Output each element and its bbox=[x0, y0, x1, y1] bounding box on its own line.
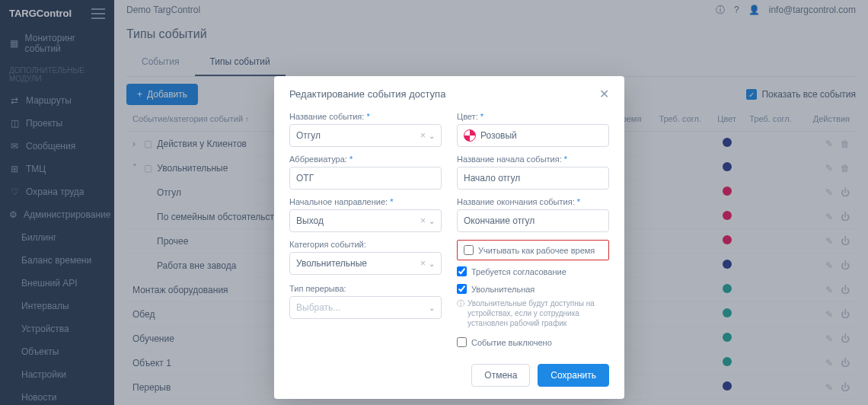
input-value: Начало отгул bbox=[464, 173, 520, 183]
color-swatch bbox=[464, 129, 476, 142]
label-category: Категория событий: bbox=[289, 240, 442, 249]
checkbox-label: Увольнительная bbox=[471, 285, 535, 294]
label-abbr: Аббревиатура: bbox=[289, 155, 442, 164]
end-name-input[interactable]: Окончание отгул bbox=[457, 209, 609, 232]
chevron-down-icon: ⌄ bbox=[429, 304, 435, 312]
checkbox-label: Требуется согласование bbox=[471, 267, 566, 276]
checkbox-input[interactable] bbox=[457, 284, 467, 294]
clear-icon[interactable]: × bbox=[420, 130, 426, 141]
modal-title: Редактирование события доступа bbox=[289, 88, 445, 100]
worktime-checkbox[interactable]: Учитывать как рабочее время bbox=[457, 240, 609, 260]
input-value: Окончание отгул bbox=[464, 215, 535, 226]
break-type-select[interactable]: Выбрать... ⌄ bbox=[289, 296, 442, 319]
label-direction: Начальное направление: bbox=[289, 197, 442, 206]
save-button[interactable]: Сохранить bbox=[538, 364, 609, 387]
clear-icon[interactable]: × bbox=[420, 215, 426, 226]
select-value: Розовый bbox=[480, 130, 602, 141]
checkbox-input[interactable] bbox=[457, 266, 467, 276]
disabled-checkbox[interactable]: Событие выключено bbox=[457, 337, 609, 347]
label-color: Цвет: bbox=[457, 112, 609, 121]
direction-select[interactable]: Выход ×⌄ bbox=[289, 209, 442, 232]
checkbox-input[interactable] bbox=[464, 245, 474, 255]
hint-text: Увольнительные будут доступны на устройс… bbox=[468, 298, 609, 328]
abbr-input[interactable]: ОТГ bbox=[289, 167, 442, 190]
leave-checkbox[interactable]: Увольнительная bbox=[457, 284, 609, 294]
checkbox-input[interactable] bbox=[457, 337, 467, 347]
checkbox-label: Событие выключено bbox=[471, 338, 552, 347]
leave-hint: ⓘ Увольнительные будут доступны на устро… bbox=[457, 298, 609, 328]
chevron-down-icon[interactable]: ⌄ bbox=[429, 260, 435, 268]
label-break-type: Тип перерыва: bbox=[289, 284, 442, 293]
input-value: ОТГ bbox=[296, 173, 314, 183]
edit-event-modal: Редактирование события доступа ✕ Названи… bbox=[274, 76, 624, 399]
close-icon[interactable]: ✕ bbox=[599, 87, 609, 101]
select-placeholder: Выбрать... bbox=[296, 302, 340, 313]
input-value: Отгул bbox=[296, 130, 321, 141]
select-value: Выход bbox=[296, 215, 324, 226]
start-name-input[interactable]: Начало отгул bbox=[457, 167, 609, 190]
chevron-down-icon[interactable]: ⌄ bbox=[429, 217, 435, 225]
label-start-name: Название начала события: bbox=[457, 155, 609, 164]
checkbox-label: Учитывать как рабочее время bbox=[478, 246, 595, 255]
category-select[interactable]: Увольнительные ×⌄ bbox=[289, 252, 442, 275]
chevron-down-icon[interactable]: ⌄ bbox=[429, 132, 435, 140]
event-name-input[interactable]: Отгул ×⌄ bbox=[289, 124, 442, 147]
color-select[interactable]: Розовый bbox=[457, 124, 609, 147]
label-event-name: Название события: bbox=[289, 112, 442, 121]
label-end-name: Название окончания события: bbox=[457, 197, 609, 206]
info-icon: ⓘ bbox=[457, 298, 464, 328]
approval-checkbox[interactable]: Требуется согласование bbox=[457, 266, 609, 276]
clear-icon[interactable]: × bbox=[420, 258, 426, 269]
cancel-button[interactable]: Отмена bbox=[471, 364, 530, 387]
select-value: Увольнительные bbox=[296, 258, 367, 269]
